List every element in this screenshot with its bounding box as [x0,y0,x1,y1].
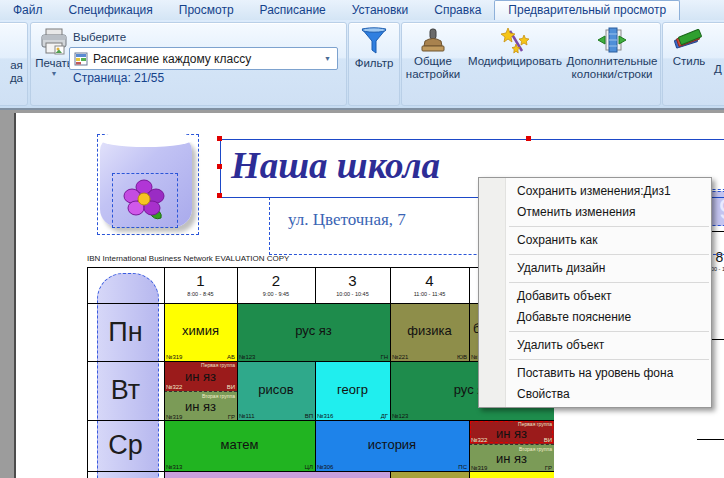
general-settings-button[interactable]: Общие настройки [406,27,460,81]
ribbon-group-style: Стиль Д [662,22,724,106]
cell-wed-history[interactable]: история №306 ПС [315,420,469,471]
menu-item-delete-object[interactable]: Удалить объект [479,335,711,356]
clipped-right-button-label[interactable]: Д [714,63,722,76]
menu-separator [509,254,709,255]
day-label-wed: Ср [87,430,164,461]
ribbon-group-tools: Общие настройки Модифицировать [401,22,661,106]
menu-item-add-object[interactable]: Добавить объект [479,286,711,307]
extra-columns-rows-button[interactable]: Дополнительные колонки/строки [566,27,658,81]
selection-handle[interactable] [217,136,222,141]
schedule-type-combobox[interactable]: Расписание каждому классу ▼ [69,47,338,70]
flower-icon [121,177,167,223]
menu-item-send-to-background[interactable]: Поставить на уровень фона [479,363,711,384]
ribbon-group-filter: Фильтр [348,22,400,106]
menu-separator [509,331,709,332]
flower-object-selection[interactable] [97,134,199,235]
day-label-tue: Вт [87,375,164,406]
schedule-app-window: Файл Спецификация Просмотр Расписание Ус… [0,0,724,478]
filter-button[interactable]: Фильтр [353,27,395,70]
menu-item-add-note[interactable]: Добавьте пояснение [479,307,711,328]
menu-item-delete-design[interactable]: Удалить дизайн [479,258,711,279]
stamp-icon [419,27,447,55]
flower-image-frame[interactable] [112,173,178,228]
filter-funnel-icon [360,27,388,57]
tab-schedule[interactable]: Расписание [247,0,339,20]
selection-handle[interactable] [526,136,531,141]
tab-print-preview-active[interactable]: Предварительный просмотр [494,0,680,20]
cell-bottom-clipped-left[interactable] [164,471,390,478]
filter-button-label: Фильтр [355,57,394,70]
extra-columns-label-line1: Дополнительные [566,55,657,68]
cell-bottom-clipped-right[interactable] [469,471,554,478]
ribbon-group-clipped-left: ая да [0,22,28,106]
evaluation-watermark: IBN International Business Network EVALU… [87,254,289,263]
schedule-type-icon [74,52,88,66]
general-settings-label-line1: Общие [414,55,452,68]
period-header-3[interactable]: 3 10:00 - 10:45 [315,267,390,303]
context-menu: Сохранить изменения:Диз1 Отменить измене… [478,177,712,408]
magic-wand-stars-icon [500,27,530,55]
clipped-button-label-line2[interactable]: да [10,72,23,85]
cell-tue-english-group1[interactable]: Первая группа ин яз №322 ВИ [164,361,237,391]
day-label-mon: Пн [87,317,164,348]
menu-item-save-as[interactable]: Сохранить как [479,230,711,251]
period-header-2[interactable]: 2 9:00 - 9:45 [237,267,315,303]
cell-tue-drawing[interactable]: рисов №111 ВП [237,361,315,420]
period-header-1[interactable]: 1 8:00 - 8:45 [164,267,237,303]
cell-wed-english-group2[interactable]: Вторая группа ин яз №319 ГР [469,444,554,472]
menu-item-undo-changes[interactable]: Отменить изменения [479,202,711,223]
tab-help[interactable]: Справка [421,0,494,20]
tab-view[interactable]: Просмотр [166,0,247,20]
page-counter: Страница: 21/55 [73,71,164,85]
cell-wed-math[interactable]: матем №313 ЦЛ [164,420,315,471]
period-header-4[interactable]: 4 11:00 - 11:45 [390,267,469,303]
selection-handle[interactable] [217,193,222,198]
combobox-arrow-icon[interactable]: ▼ [324,55,331,62]
ribbon-tab-bar: Файл Спецификация Просмотр Расписание Ус… [0,0,724,20]
tab-specification[interactable]: Спецификация [56,0,166,20]
extra-columns-label-line2: колонки/строки [572,68,653,81]
menu-separator [509,282,709,283]
cell-mon-chemistry[interactable]: химия №319 АБ [164,303,237,361]
cell-tue-english-group2[interactable]: Вторая группа ин яз №319 ГР [164,391,237,421]
printer-icon [39,27,69,57]
menu-separator [509,359,709,360]
menu-separator [509,226,709,227]
cell-bottom-clipped-mid[interactable] [390,471,469,478]
menu-item-properties[interactable]: Свойства [479,384,711,405]
columns-rows-icon [597,27,627,55]
selection-handle[interactable] [217,164,222,169]
clipped-button-label-line1[interactable]: ая [10,59,23,72]
modify-button[interactable]: Модифицировать [464,27,566,68]
ribbon-group-print: Печать ▼ Выберите Расписание каждому кла… [30,22,347,106]
print-dropdown-arrow[interactable]: ▼ [51,70,58,77]
choose-label: Выберите [73,31,126,44]
cell-tue-geography[interactable]: геогр №316 ДГ [315,361,390,420]
menu-item-save-changes[interactable]: Сохранить изменения:Диз1 [479,181,711,202]
ribbon: ая да Печать ▼ Выберите [0,20,724,110]
general-settings-label-line2: настройки [406,68,460,81]
style-button[interactable]: Стиль [667,27,711,68]
cell-mon-russian[interactable]: рус яз №123 ГН [237,303,390,361]
tab-file[interactable]: Файл [0,0,56,20]
books-icon [673,27,705,55]
cell-mon-physics[interactable]: физика №221 ЮВ [390,303,469,361]
style-button-label: Стиль [673,55,706,68]
schedule-type-value: Расписание каждому классу [93,52,324,66]
modify-label: Модифицировать [468,55,562,68]
print-button-label: Печать [35,57,73,70]
tab-settings[interactable]: Установки [339,0,421,20]
cell-wed-english-group1-selected[interactable]: Первая группа ин яз №322 ВИ [469,420,554,444]
